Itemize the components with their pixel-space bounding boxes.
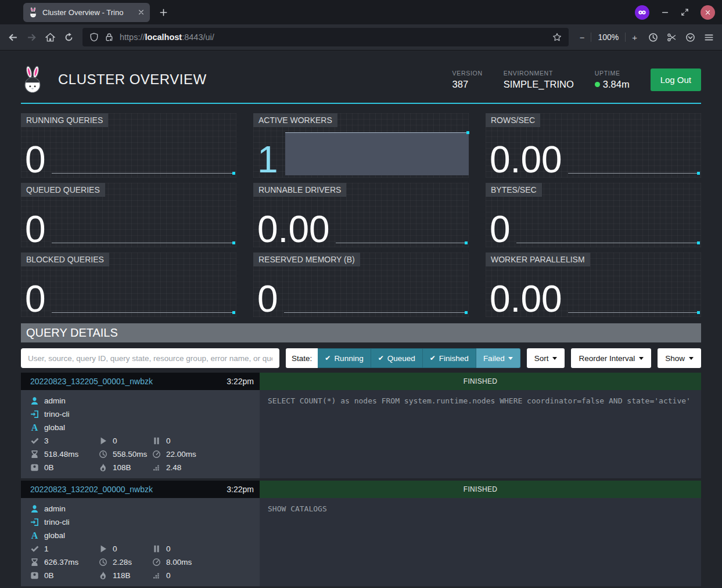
query-card: 20220823_132205_00001_nwbzk 3:22pm FINIS… xyxy=(21,373,701,478)
check-icon: ✔ xyxy=(378,354,384,362)
check-icon: ✔ xyxy=(430,354,436,362)
window-close-icon[interactable] xyxy=(701,5,715,20)
sparkline xyxy=(52,312,235,313)
url-bar[interactable]: https://localhost:8443/ui/ xyxy=(82,28,569,46)
sparkline-dot xyxy=(232,241,235,244)
minimize-icon[interactable] xyxy=(661,8,669,16)
font-icon: A xyxy=(30,531,39,540)
user-icon xyxy=(30,396,39,405)
tile-blocked-queries: BLOCKED QUERIES 0 xyxy=(21,252,236,317)
browser-toolbar: https://localhost:8443/ui/ − 100% + xyxy=(0,24,722,50)
running-splits: 0 xyxy=(113,544,117,553)
query-details-header: QUERY DETAILS xyxy=(21,323,701,342)
query-user: admin xyxy=(44,504,66,513)
state-filter-group: State: ✔Running ✔Queued ✔Finished Failed xyxy=(286,348,520,368)
tile-label: ACTIVE WORKERS xyxy=(253,113,337,127)
menu-icon[interactable] xyxy=(704,33,714,42)
pocket-icon[interactable] xyxy=(685,33,695,42)
home-icon[interactable] xyxy=(45,33,55,42)
url-path: :8443/ui/ xyxy=(182,33,214,42)
query-resource-group: global xyxy=(44,531,65,540)
show-dropdown[interactable]: Show xyxy=(658,348,701,368)
query-card-header: 20220823_132205_00001_nwbzk 3:22pm FINIS… xyxy=(21,373,701,390)
cluster-metrics: VERSION 387 ENVIRONMENT SIMPLE_TRINO UPT… xyxy=(452,68,701,91)
scale-icon xyxy=(30,571,39,580)
bookmark-star-icon[interactable] xyxy=(552,33,562,42)
tile-value: 1 xyxy=(257,142,278,178)
history-clock-icon[interactable] xyxy=(648,33,658,42)
query-id-link[interactable]: 20220823_132202_00000_nwbzk xyxy=(30,485,227,494)
state-failed-dropdown[interactable]: Failed xyxy=(476,348,520,368)
screenshot-scissors-icon[interactable] xyxy=(667,33,677,42)
sparkline-dot xyxy=(697,172,700,175)
tab-close-icon[interactable] xyxy=(138,9,145,16)
zoom-level[interactable]: 100% xyxy=(591,33,626,42)
query-user: admin xyxy=(44,396,66,405)
equalizer-icon xyxy=(152,571,161,580)
sparkline xyxy=(284,312,467,313)
sparkline-dot xyxy=(465,311,468,314)
tab-title: Cluster Overview - Trino xyxy=(42,8,133,17)
query-time: 3:22pm xyxy=(227,485,254,494)
fire-icon xyxy=(99,463,107,472)
lock-warning-icon[interactable] xyxy=(105,33,114,42)
uptime-metric: UPTIME 3.84m xyxy=(595,70,630,90)
clock-icon xyxy=(99,450,107,459)
query-card: 20220823_132202_00000_nwbzk 3:22pm FINIS… xyxy=(21,481,701,586)
url-host: localhost xyxy=(145,33,182,42)
tile-reserved-memory: RESERVED MEMORY (B) 0 xyxy=(253,252,469,317)
window-controls xyxy=(635,5,722,20)
version-label: VERSION xyxy=(452,70,483,77)
tile-runnable-drivers: RUNNABLE DRIVERS 0.00 xyxy=(253,183,469,247)
query-card-header: 20220823_132202_00000_nwbzk 3:22pm FINIS… xyxy=(21,481,701,498)
query-card-body: admin trino-cli Aglobal 3 0 0 518.48ms 5… xyxy=(21,390,701,478)
query-status-badge: FINISHED xyxy=(260,481,701,498)
new-tab-icon[interactable] xyxy=(159,8,168,17)
total-time: 2.28s xyxy=(113,558,132,567)
url-text[interactable]: https://localhost:8443/ui/ xyxy=(120,33,214,42)
sparkline-dot xyxy=(697,241,700,244)
sparkline-dot xyxy=(232,311,235,314)
search-input[interactable] xyxy=(21,348,279,368)
state-queued-button[interactable]: ✔Queued xyxy=(371,348,423,368)
browser-tab[interactable]: Cluster Overview - Trino xyxy=(23,3,150,22)
query-filter-row: State: ✔Running ✔Queued ✔Finished Failed… xyxy=(21,348,701,368)
caret-down-icon xyxy=(639,357,644,360)
queued-splits: 0 xyxy=(166,437,171,445)
tile-running-queries: RUNNING QUERIES 0 xyxy=(21,113,236,178)
query-resource-group: global xyxy=(44,423,65,432)
sort-dropdown[interactable]: Sort xyxy=(527,348,565,368)
forward-icon[interactable] xyxy=(27,33,37,42)
reorder-interval-dropdown[interactable]: Reorder Interval xyxy=(571,348,651,368)
completed-splits: 3 xyxy=(44,437,49,445)
restore-window-icon[interactable] xyxy=(681,8,689,16)
query-sql-text: SELECT COUNT(*) as nodes FROM system.run… xyxy=(260,390,701,478)
state-finished-button[interactable]: ✔Finished xyxy=(423,348,476,368)
pause-icon xyxy=(152,544,161,553)
cumulative-memory: 118B xyxy=(113,571,131,580)
version-value: 387 xyxy=(452,79,483,90)
sparkline-dot xyxy=(465,241,468,244)
current-memory: 0B xyxy=(44,463,54,472)
tile-value: 0 xyxy=(25,212,46,247)
tile-value: 0.00 xyxy=(257,212,330,247)
tile-bytes-sec: BYTES/SEC 0 xyxy=(486,183,701,247)
extension-mask-icon[interactable] xyxy=(635,5,649,20)
sparkline-dot xyxy=(697,311,700,314)
stat-tiles: RUNNING QUERIES 0 ACTIVE WORKERS 1 ROWS/… xyxy=(21,113,701,317)
hourglass-icon xyxy=(30,450,39,459)
query-id-link[interactable]: 20220823_132205_00001_nwbzk xyxy=(30,377,227,386)
back-icon[interactable] xyxy=(8,33,18,42)
query-rate: 2.48 xyxy=(166,463,181,472)
tile-queued-queries: QUEUED QUERIES 0 xyxy=(21,183,236,247)
query-time: 3:22pm xyxy=(227,377,254,386)
state-running-button[interactable]: ✔Running xyxy=(318,348,371,368)
sparkline xyxy=(52,243,235,243)
uptime-status-dot xyxy=(595,82,600,87)
logout-button[interactable]: Log Out xyxy=(651,68,701,91)
zoom-in-icon[interactable]: + xyxy=(630,33,640,42)
zoom-out-icon[interactable]: − xyxy=(577,33,587,42)
gauge-icon xyxy=(152,558,161,567)
refresh-icon[interactable] xyxy=(64,33,74,42)
tracking-shield-icon[interactable] xyxy=(89,33,99,42)
